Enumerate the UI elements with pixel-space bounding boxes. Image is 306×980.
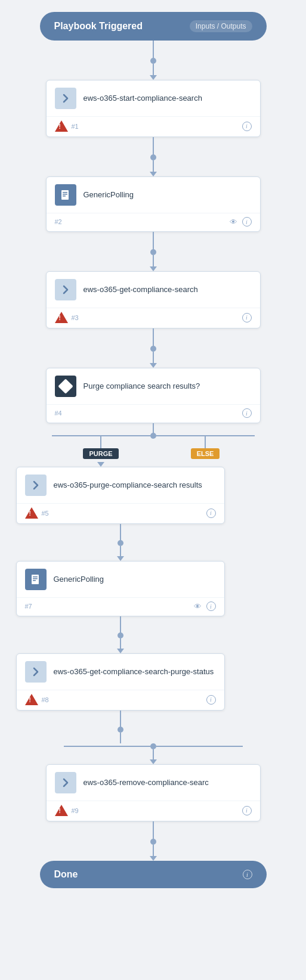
task-node-2[interactable]: GenericPolling #2 👁 i: [46, 176, 261, 232]
svg-rect-4: [32, 575, 39, 584]
footer-icons-7: 👁 i: [194, 601, 216, 611]
eye-icon-7[interactable]: 👁: [194, 602, 202, 611]
footer-icons-2: 👁 i: [230, 217, 252, 227]
footer-left-1: #1: [55, 120, 79, 132]
connector-7: [117, 616, 124, 653]
footer-left-3: #3: [55, 312, 79, 323]
task-header-1: ews-o365-start-compliance-search: [47, 80, 260, 116]
connector-4: [150, 328, 157, 368]
arrow-down: [150, 856, 157, 861]
footer-icons-1: i: [242, 122, 252, 131]
info-icon-4[interactable]: i: [242, 408, 252, 418]
vline: [120, 616, 121, 633]
arrow-down: [150, 266, 157, 271]
task-node-5[interactable]: ews-o365-purge-compliance-search results…: [16, 467, 225, 524]
svg-rect-5: [33, 576, 38, 578]
task-num-8: #8: [42, 696, 49, 703]
vline: [120, 733, 121, 743]
info-icon-8[interactable]: i: [206, 695, 216, 705]
arrow-down: [150, 363, 157, 368]
arrow-down: [97, 462, 104, 467]
done-node[interactable]: Done i: [40, 861, 267, 888]
svg-rect-1: [63, 192, 67, 193]
info-icon-2[interactable]: i: [242, 217, 252, 227]
task-title-5: ews-o365-purge-compliance-search results: [54, 480, 216, 491]
error-icon-3: [55, 312, 68, 323]
book-icon: [30, 573, 42, 585]
task-footer-1: #1 i: [47, 116, 260, 137]
vline: [153, 64, 154, 76]
error-icon-1: [55, 120, 68, 132]
task-footer-5: #5 i: [17, 503, 224, 523]
vline: [153, 328, 154, 346]
info-icon-7[interactable]: i: [206, 601, 216, 611]
vline: [153, 137, 154, 155]
branch-split: PURGE ELSE: [40, 423, 267, 467]
task-node-1[interactable]: ews-o365-start-compliance-search #1 i: [46, 80, 261, 137]
left-column: ews-o365-purge-compliance-search results…: [16, 467, 225, 743]
vline: [153, 255, 154, 267]
info-icon-5[interactable]: i: [206, 508, 216, 518]
footer-left-7: #7: [25, 603, 32, 610]
connector-dot: [150, 249, 156, 255]
vline: [153, 749, 154, 760]
arrow-down: [117, 556, 124, 561]
task-header-5: ews-o365-purge-compliance-search results: [17, 467, 224, 503]
connector-dot: [118, 540, 123, 546]
info-icon-9[interactable]: i: [242, 806, 252, 815]
footer-icons-9: i: [242, 806, 252, 815]
task-num-9: #9: [72, 807, 79, 814]
task-node-3[interactable]: ews-o365-get-compliance-search #3 i: [46, 271, 261, 328]
arrow-down: [150, 172, 157, 176]
connector-1: [150, 41, 157, 80]
task-node-9[interactable]: ews-o365-remove-compliance-searc #9 i: [46, 764, 261, 821]
playbook-canvas: Playbook Triggered Inputs / Outputs ews-…: [10, 12, 296, 968]
vline: [205, 436, 206, 448]
vline: [120, 638, 121, 649]
eye-icon-2[interactable]: 👁: [230, 218, 237, 227]
trigger-node[interactable]: Playbook Triggered Inputs / Outputs: [40, 12, 267, 41]
connector-dot: [150, 839, 156, 845]
footer-left-9: #9: [55, 805, 79, 816]
task-num-2: #2: [55, 218, 62, 225]
info-icon-1[interactable]: i: [242, 122, 252, 131]
chevron-icon: [60, 777, 72, 789]
done-info-icon[interactable]: i: [243, 870, 252, 879]
connector-2: [150, 137, 157, 176]
vline: [100, 436, 101, 448]
task-header-2: GenericPolling: [47, 177, 260, 213]
vline: [120, 711, 121, 727]
vline: [120, 546, 121, 557]
footer-left-4: #4: [55, 410, 62, 417]
merge-dot: [150, 743, 156, 749]
task-title-9: ews-o365-remove-compliance-searc: [84, 777, 252, 788]
connector-dot: [150, 154, 156, 160]
vline: [153, 821, 154, 839]
arrow-down: [117, 649, 124, 653]
trigger-io-button[interactable]: Inputs / Outputs: [190, 20, 252, 32]
condition-node-4[interactable]: Purge compliance search results? #4 i: [46, 368, 261, 423]
merge-hline: [64, 743, 243, 749]
connector-dot: [118, 632, 123, 638]
task-icon-5: [25, 475, 47, 496]
chevron-icon: [30, 666, 42, 678]
vline: [153, 352, 154, 364]
left-branch-line: PURGE: [52, 435, 150, 467]
task-footer-7: #7 👁 i: [17, 597, 224, 616]
vline: [153, 41, 154, 58]
task-footer-2: #2 👁 i: [47, 213, 260, 231]
hline: [64, 746, 150, 747]
connector-dot: [150, 58, 156, 64]
svg-rect-6: [33, 578, 38, 579]
footer-icons-8: i: [206, 695, 216, 705]
connector-8: [118, 711, 123, 743]
task-node-8[interactable]: ews-o365-get-compliance-search-purge-sta…: [16, 653, 225, 711]
task-node-7[interactable]: GenericPolling #7 👁 i: [16, 561, 225, 616]
task-footer-3: #3 i: [47, 308, 260, 328]
vline: [120, 524, 121, 541]
branch-row: PURGE ELSE: [52, 435, 255, 467]
task-icon-1: [55, 88, 76, 109]
svg-rect-0: [61, 190, 69, 200]
condition-title-4: Purge compliance search results?: [84, 381, 252, 392]
info-icon-3[interactable]: i: [242, 313, 252, 322]
